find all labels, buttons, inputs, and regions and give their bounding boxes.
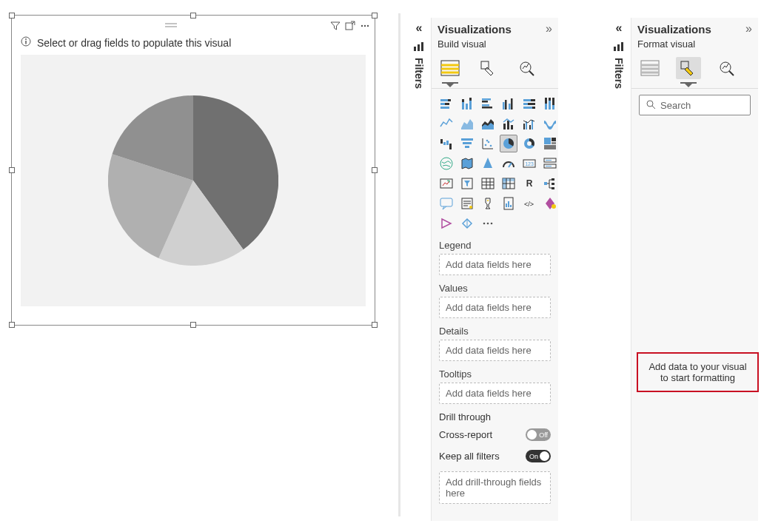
matrix-icon[interactable] bbox=[500, 175, 517, 192]
get-more-visuals-icon[interactable] bbox=[458, 215, 476, 232]
treemap-icon[interactable] bbox=[541, 135, 559, 152]
gauge-icon[interactable] bbox=[500, 155, 517, 172]
visualizations-panel-build: Visualizations » Build visual bbox=[431, 18, 558, 521]
more-options-icon[interactable] bbox=[360, 21, 370, 31]
svg-point-71 bbox=[527, 141, 532, 146]
svg-point-65 bbox=[485, 144, 487, 147]
svg-point-17 bbox=[520, 62, 531, 73]
power-automate-icon[interactable] bbox=[438, 215, 455, 232]
legend-well[interactable]: Add data fields here bbox=[439, 254, 551, 275]
svg-rect-11 bbox=[421, 42, 423, 51]
key-influencers-icon[interactable] bbox=[479, 195, 497, 212]
format-search-input[interactable]: Search bbox=[639, 95, 751, 115]
panel-title: Visualizations bbox=[637, 23, 711, 36]
details-well[interactable]: Add data fields here bbox=[439, 340, 551, 361]
clustered-bar-chart-icon[interactable] bbox=[479, 95, 497, 112]
area-chart-icon[interactable] bbox=[458, 115, 476, 132]
clustered-column-chart-icon[interactable] bbox=[500, 95, 517, 112]
svg-rect-38 bbox=[531, 99, 535, 101]
svg-rect-23 bbox=[440, 107, 449, 109]
svg-point-118 bbox=[491, 223, 493, 225]
values-well[interactable]: Add data fields here bbox=[439, 297, 551, 318]
python-visual-icon[interactable]: </> bbox=[520, 195, 538, 212]
format-visual-tab[interactable] bbox=[676, 57, 701, 79]
analytics-tab[interactable] bbox=[714, 57, 740, 79]
focus-mode-icon[interactable] bbox=[345, 21, 355, 31]
kpi-icon[interactable] bbox=[438, 175, 455, 192]
keep-all-filters-toggle[interactable]: On bbox=[526, 450, 551, 462]
decomposition-tree-icon[interactable] bbox=[541, 175, 559, 192]
collapse-panel-icon[interactable]: » bbox=[745, 22, 752, 36]
tooltips-well-label: Tooltips bbox=[432, 361, 558, 383]
funnel-chart-icon[interactable] bbox=[458, 135, 476, 152]
analytics-tab[interactable] bbox=[514, 57, 540, 79]
stacked-bar-chart-icon[interactable] bbox=[438, 95, 455, 112]
resize-handle[interactable] bbox=[190, 322, 196, 328]
resize-handle[interactable] bbox=[372, 13, 378, 18]
tooltips-well[interactable]: Add data fields here bbox=[439, 383, 551, 404]
stacked-column-chart-icon[interactable] bbox=[458, 95, 476, 112]
format-visual-tab[interactable] bbox=[476, 57, 501, 79]
svg-text:R: R bbox=[526, 178, 533, 189]
drill-through-well[interactable]: Add drill-through fields here bbox=[439, 471, 551, 504]
svg-rect-73 bbox=[552, 138, 556, 141]
drag-handle-icon[interactable] bbox=[16, 22, 326, 30]
pie-chart-icon[interactable] bbox=[500, 135, 517, 152]
card-icon[interactable]: 123 bbox=[520, 155, 538, 172]
r-visual-icon[interactable]: R bbox=[520, 175, 538, 192]
svg-rect-50 bbox=[507, 121, 509, 129]
hundred-stacked-bar-icon[interactable] bbox=[520, 95, 538, 112]
cross-report-toggle[interactable]: Off bbox=[526, 428, 551, 441]
smart-narrative-icon[interactable] bbox=[458, 195, 476, 212]
power-apps-icon[interactable] bbox=[541, 195, 559, 212]
svg-rect-119 bbox=[614, 47, 616, 51]
slicer-icon[interactable] bbox=[458, 175, 476, 192]
waterfall-chart-icon[interactable] bbox=[438, 135, 455, 152]
svg-point-68 bbox=[486, 140, 489, 142]
svg-rect-120 bbox=[617, 44, 620, 51]
q-and-a-icon[interactable] bbox=[438, 195, 455, 212]
resize-handle[interactable] bbox=[372, 322, 378, 328]
svg-rect-27 bbox=[469, 101, 472, 110]
line-clustered-column-icon[interactable] bbox=[520, 115, 538, 132]
filter-icon[interactable] bbox=[330, 21, 341, 31]
ribbon-chart-icon[interactable] bbox=[541, 115, 559, 132]
svg-rect-102 bbox=[440, 198, 452, 206]
filters-pane-collapsed-2[interactable]: « Filters bbox=[610, 22, 628, 89]
multirow-card-icon[interactable] bbox=[541, 155, 559, 172]
map-icon[interactable] bbox=[438, 155, 455, 172]
filters-label: Filters bbox=[413, 58, 425, 89]
more-visuals-icon[interactable] bbox=[479, 215, 497, 232]
paginated-report-icon[interactable] bbox=[500, 195, 517, 212]
stacked-area-chart-icon[interactable] bbox=[479, 115, 497, 132]
legend-well-label: Legend bbox=[432, 232, 558, 254]
azure-map-icon[interactable] bbox=[479, 155, 497, 172]
resize-handle[interactable] bbox=[9, 13, 15, 18]
svg-rect-9 bbox=[414, 47, 416, 51]
collapse-panel-icon[interactable]: » bbox=[546, 22, 552, 36]
panel-subtitle: Build visual bbox=[432, 37, 558, 54]
line-stacked-column-icon[interactable] bbox=[500, 115, 517, 132]
filled-map-icon[interactable] bbox=[458, 155, 476, 172]
svg-rect-86 bbox=[482, 178, 494, 189]
hundred-stacked-column-icon[interactable] bbox=[541, 95, 559, 112]
resize-handle[interactable] bbox=[190, 13, 196, 18]
svg-rect-24 bbox=[462, 102, 464, 110]
table-icon[interactable] bbox=[479, 175, 497, 192]
scatter-chart-icon[interactable] bbox=[479, 135, 497, 152]
build-visual-tab[interactable] bbox=[637, 57, 663, 79]
resize-handle[interactable] bbox=[9, 167, 15, 173]
line-chart-icon[interactable] bbox=[438, 115, 455, 132]
resize-handle[interactable] bbox=[9, 322, 15, 328]
build-visual-tab[interactable] bbox=[438, 57, 463, 79]
filters-pane-collapsed[interactable]: « Filters bbox=[410, 22, 428, 89]
svg-rect-121 bbox=[621, 42, 623, 51]
donut-chart-icon[interactable] bbox=[520, 135, 538, 152]
svg-point-114 bbox=[552, 204, 556, 209]
svg-rect-93 bbox=[503, 178, 514, 181]
resize-handle[interactable] bbox=[372, 167, 378, 173]
filters-icon bbox=[613, 41, 625, 52]
panel-title: Visualizations bbox=[438, 23, 512, 36]
svg-rect-10 bbox=[418, 44, 420, 51]
visual-container[interactable]: Select or drag fields to populate this v… bbox=[11, 15, 375, 326]
